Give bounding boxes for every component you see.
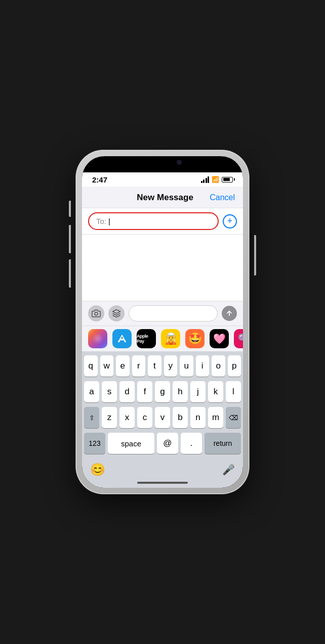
- emoji-button[interactable]: 😊: [90, 463, 105, 477]
- battery-fill: [223, 178, 230, 181]
- key-p[interactable]: p: [228, 355, 241, 377]
- signal-bar-1: [201, 181, 202, 183]
- camera-dot: [177, 160, 182, 165]
- key-z[interactable]: z: [102, 407, 117, 428]
- volume-up-button[interactable]: [69, 225, 71, 253]
- search-app-icon[interactable]: 🔍: [234, 329, 243, 348]
- numbers-key[interactable]: 123: [84, 433, 105, 454]
- message-input[interactable]: [129, 305, 218, 321]
- key-r[interactable]: r: [132, 355, 146, 377]
- key-y[interactable]: y: [164, 355, 178, 377]
- key-v[interactable]: v: [155, 407, 170, 428]
- photos-icon: [92, 333, 103, 344]
- appstore-icon: [112, 309, 121, 318]
- key-x[interactable]: x: [119, 407, 135, 428]
- to-field-wrapper: To: |: [88, 212, 219, 230]
- add-contact-button[interactable]: +: [223, 214, 237, 228]
- navigation-header: New Message Cancel: [82, 187, 243, 208]
- mute-button[interactable]: [69, 201, 71, 217]
- memoji2-app-icon[interactable]: 🤩: [185, 329, 205, 348]
- signal-icon: [201, 176, 210, 183]
- key-u[interactable]: u: [180, 355, 193, 377]
- signal-bar-3: [206, 178, 207, 183]
- appstore-button[interactable]: [108, 305, 125, 321]
- to-label: To:: [96, 217, 106, 225]
- applepay-label: Apple Pay: [137, 334, 156, 344]
- home-bar[interactable]: [137, 482, 188, 484]
- key-a[interactable]: a: [84, 381, 99, 402]
- key-d[interactable]: d: [119, 381, 135, 402]
- wifi-icon: 📶: [212, 176, 219, 183]
- period-key[interactable]: .: [181, 433, 202, 454]
- key-e[interactable]: e: [116, 355, 130, 377]
- photos-app-icon[interactable]: [88, 329, 107, 348]
- keyboard-row-4: 123 space @ . return: [84, 433, 241, 454]
- key-h[interactable]: h: [173, 381, 188, 402]
- camera-icon: [92, 309, 101, 318]
- key-g[interactable]: g: [155, 381, 170, 402]
- input-toolbar: [82, 301, 243, 326]
- key-w[interactable]: w: [100, 355, 114, 377]
- screen-content: 2:47 📶 New Message: [82, 156, 243, 488]
- memoji2-emoji: 🤩: [188, 332, 202, 345]
- applepay-app-icon[interactable]: Apple Pay: [137, 329, 156, 348]
- appstore-a-icon: [117, 334, 127, 344]
- cancel-button[interactable]: Cancel: [210, 193, 235, 202]
- key-b[interactable]: b: [173, 407, 188, 428]
- heart-icon: 🩷: [213, 333, 226, 345]
- key-i[interactable]: i: [196, 355, 210, 377]
- signal-bar-4: [208, 176, 209, 183]
- key-o[interactable]: o: [212, 355, 225, 377]
- send-button[interactable]: [222, 306, 237, 321]
- to-input[interactable]: |: [108, 217, 110, 225]
- shift-key[interactable]: ⇧: [84, 407, 99, 428]
- svg-point-0: [95, 312, 98, 315]
- page-title: New Message: [120, 193, 210, 203]
- mic-button[interactable]: 🎤: [222, 464, 235, 476]
- phone-screen: 2:47 📶 New Message: [82, 156, 243, 488]
- power-button[interactable]: [254, 235, 256, 275]
- keyboard: q w e r t y u i o p a s d f g h: [82, 351, 243, 461]
- space-key[interactable]: space: [108, 433, 154, 454]
- home-bar-container: [82, 480, 243, 488]
- key-c[interactable]: c: [137, 407, 152, 428]
- signal-bar-2: [203, 179, 205, 183]
- keyboard-row-3: ⇧ z x c v b n m ⌫: [84, 407, 241, 428]
- key-q[interactable]: q: [84, 355, 98, 377]
- notch: [132, 156, 193, 169]
- camera-button[interactable]: [88, 305, 104, 321]
- at-key[interactable]: @: [157, 433, 178, 454]
- status-icons: 📶: [201, 176, 233, 183]
- status-bar: 2:47 📶: [82, 172, 243, 187]
- key-s[interactable]: s: [102, 381, 117, 402]
- key-l[interactable]: l: [226, 381, 241, 402]
- key-k[interactable]: k: [208, 381, 223, 402]
- svg-point-1: [92, 333, 103, 344]
- search-emoji: 🔍: [238, 333, 243, 344]
- keyboard-row-2: a s d f g h j k l: [84, 381, 241, 402]
- key-f[interactable]: f: [137, 381, 152, 402]
- keyboard-bottom-bar: 😊 🎤: [82, 461, 243, 480]
- app-strip: Apple Pay 🧝 🤩 🩷 🔍: [82, 326, 243, 351]
- heart-app-icon[interactable]: 🩷: [210, 329, 229, 348]
- key-t[interactable]: t: [148, 355, 161, 377]
- notch-area: [82, 156, 243, 172]
- message-area[interactable]: [82, 235, 243, 301]
- appstore-app-icon[interactable]: [112, 329, 132, 348]
- send-arrow-icon: [225, 309, 233, 317]
- return-key[interactable]: return: [205, 433, 241, 454]
- volume-down-button[interactable]: [69, 259, 71, 288]
- memoji1-emoji: 🧝: [164, 332, 178, 345]
- keyboard-row-1: q w e r t y u i o p: [84, 355, 241, 377]
- key-m[interactable]: m: [208, 407, 223, 428]
- key-n[interactable]: n: [190, 407, 206, 428]
- battery-icon: [222, 177, 233, 182]
- status-time: 2:47: [92, 175, 107, 184]
- memoji1-app-icon[interactable]: 🧝: [161, 329, 180, 348]
- to-field-container: To: | +: [82, 208, 243, 235]
- phone-frame: 2:47 📶 New Message: [76, 150, 249, 494]
- delete-key[interactable]: ⌫: [226, 407, 241, 428]
- key-j[interactable]: j: [190, 381, 206, 402]
